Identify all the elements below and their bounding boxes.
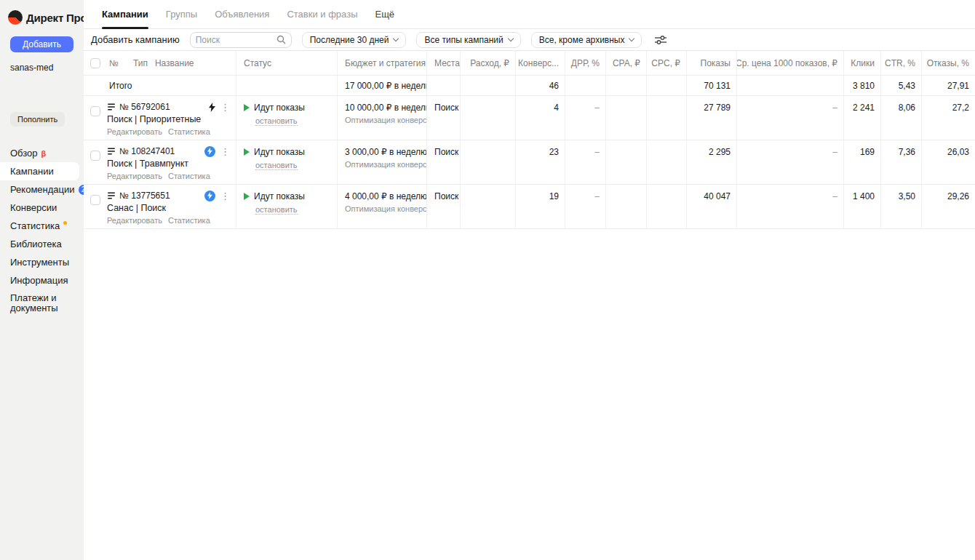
main-area: Кампании Группы Объявления Ставки и фраз… <box>84 0 975 560</box>
col-name[interactable]: Название <box>155 58 194 68</box>
col-avg-cpm[interactable]: Ср. цена 1000 показов, ₽ <box>737 51 844 75</box>
campaign-type-icon <box>107 191 116 200</box>
budget-text: 4 000,00 ₽ в неделю <box>345 191 418 201</box>
nav-label: Библиотека <box>10 239 62 249</box>
row-checkbox[interactable] <box>90 106 100 116</box>
drr-cell: – <box>565 140 606 184</box>
kebab-menu-icon[interactable]: ⋮ <box>219 147 231 156</box>
stats-link[interactable]: Статистика <box>168 127 210 136</box>
col-status[interactable]: Статус <box>236 51 338 75</box>
chevron-down-icon <box>393 36 399 41</box>
nav-label: Инструменты <box>10 257 69 268</box>
account-name[interactable]: sanas-med <box>0 52 84 73</box>
bounces-cell: 29,26 <box>922 185 975 228</box>
nav-label: Рекомендации <box>10 184 75 195</box>
sidebar-item-information[interactable]: Информация <box>0 271 84 289</box>
cpc-cell <box>647 140 687 184</box>
campaign-name[interactable]: Поиск | Приоритетные <box>107 114 231 124</box>
tab-more[interactable]: Ещё <box>375 0 394 28</box>
avg-cpm-cell: – <box>737 140 844 184</box>
col-number[interactable]: № <box>109 58 119 68</box>
col-places[interactable]: Места <box>427 51 461 75</box>
places-cell: Поиск <box>427 140 461 184</box>
totals-drr <box>565 76 606 95</box>
kebab-menu-icon[interactable]: ⋮ <box>219 191 231 201</box>
totals-cpa <box>606 76 647 95</box>
row-checkbox[interactable] <box>90 195 100 205</box>
col-drr[interactable]: ДРР, % <box>565 51 606 75</box>
col-cpc[interactable]: CPC, ₽ <box>647 51 687 75</box>
date-range-select[interactable]: Последние 30 дней <box>302 32 407 48</box>
sliders-icon <box>655 35 666 45</box>
sidebar-item-payments[interactable]: Платежи и документы <box>0 289 84 317</box>
nav-label: Обзор <box>10 148 38 159</box>
edit-link[interactable]: Редактировать <box>107 216 162 225</box>
campaign-row: № 108247401 ⋮ Поиск | Травмпункт Редакти… <box>84 140 975 185</box>
campaign-name[interactable]: Поиск | Травмпункт <box>107 159 231 169</box>
col-bounces[interactable]: Отказы, % <box>922 51 975 75</box>
col-spend[interactable]: Расход, ₽ <box>461 51 516 75</box>
edit-link[interactable]: Редактировать <box>107 127 162 136</box>
header-name-cell: № Тип Название <box>84 51 236 75</box>
sidebar-item-overview[interactable]: Обзор β <box>0 144 84 162</box>
sidebar-item-library[interactable]: Библиотека <box>0 235 84 253</box>
campaign-type-select[interactable]: Все типы кампаний <box>416 32 520 48</box>
sidebar-item-conversions[interactable]: Конверсии <box>0 199 84 217</box>
clicks-cell: 2 241 <box>844 96 881 140</box>
tab-campaigns[interactable]: Кампании <box>102 0 148 28</box>
shows-cell: 27 789 <box>687 96 737 140</box>
campaign-cell: № 56792061 ⋮ Поиск | Приоритетные Редакт… <box>84 96 236 140</box>
totals-bounces: 27,91 <box>922 76 975 95</box>
col-conversions[interactable]: Конверс... <box>516 51 565 75</box>
col-type[interactable]: Тип <box>133 58 148 68</box>
budget-cell: 3 000,00 ₽ в неделю Оптимизация конверси… <box>338 140 427 184</box>
campaign-row: № 56792061 ⋮ Поиск | Приоритетные Редакт… <box>84 96 975 140</box>
campaign-info: № 108247401 ⋮ Поиск | Травмпункт Редакти… <box>107 145 231 184</box>
tab-ads[interactable]: Объявления <box>215 0 269 28</box>
conversions-cell: 23 <box>516 140 565 184</box>
archive-filter-select[interactable]: Все, кроме архивных <box>531 32 642 48</box>
tab-bids-phrases[interactable]: Ставки и фразы <box>287 0 357 28</box>
sidebar-item-campaigns[interactable]: Кампании <box>0 162 79 180</box>
strategy-text: Оптимизация конверсий <box>345 160 418 169</box>
col-budget[interactable]: Бюджет и стратегия <box>338 51 427 75</box>
add-campaign-button[interactable]: Добавить кампанию <box>91 34 180 45</box>
edit-link[interactable]: Редактировать <box>107 172 162 180</box>
play-icon <box>244 193 250 200</box>
stop-link[interactable]: остановить <box>255 161 298 170</box>
campaign-name[interactable]: Санас | Поиск <box>107 203 231 213</box>
search-icon <box>276 35 286 44</box>
col-clicks[interactable]: Клики <box>844 51 881 75</box>
row-checkbox[interactable] <box>90 151 100 161</box>
campaign-number: № 56792061 <box>119 102 205 112</box>
campaign-number: № 108247401 <box>119 146 201 156</box>
ctr-cell: 7,36 <box>881 140 922 184</box>
stats-link[interactable]: Статистика <box>168 216 210 225</box>
select-all-checkbox[interactable] <box>90 58 100 68</box>
add-button[interactable]: Добавить <box>10 36 73 52</box>
autotarget-lightning-icon <box>204 146 215 157</box>
stop-link[interactable]: остановить <box>255 205 298 215</box>
cpc-cell <box>647 96 687 140</box>
sidebar-item-statistics[interactable]: Статистика <box>0 217 84 235</box>
status-cell: Идут показы остановить <box>236 140 338 184</box>
col-ctr[interactable]: CTR, % <box>881 51 922 75</box>
col-cpa[interactable]: CPA, ₽ <box>606 51 647 75</box>
drr-cell: – <box>565 185 606 228</box>
sidebar-item-recommendations[interactable]: Рекомендации 2 <box>0 180 84 199</box>
nav-label: Конверсии <box>10 202 57 213</box>
col-shows[interactable]: Показы <box>687 51 737 75</box>
topup-button[interactable]: Пополнить <box>10 112 65 127</box>
tab-groups[interactable]: Группы <box>166 0 197 28</box>
kebab-menu-icon[interactable]: ⋮ <box>219 103 231 112</box>
sidebar-item-tools[interactable]: Инструменты <box>0 253 84 271</box>
status-cell: Идут показы остановить <box>236 185 338 228</box>
ctr-cell: 3,50 <box>881 185 922 228</box>
ctr-cell: 8,06 <box>881 96 922 140</box>
column-settings-button[interactable] <box>653 33 668 47</box>
stop-link[interactable]: остановить <box>255 116 298 126</box>
search-input[interactable] <box>196 35 273 45</box>
avg-cpm-cell: – <box>737 96 844 140</box>
stats-link[interactable]: Статистика <box>168 172 210 180</box>
play-icon <box>244 148 250 156</box>
